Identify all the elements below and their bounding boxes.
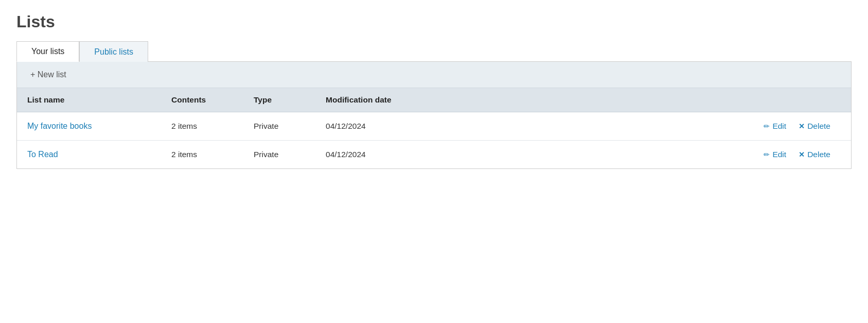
list-type-1: Private <box>254 150 326 159</box>
table-row: My favorite books 2 items Private 04/12/… <box>17 112 851 141</box>
row-actions-0: ✏ Edit ✕ Delete <box>470 122 841 131</box>
pencil-icon-1: ✏ <box>764 150 770 159</box>
table-row: To Read 2 items Private 04/12/2024 ✏ Edi… <box>17 141 851 168</box>
edit-button-0[interactable]: ✏ Edit <box>764 122 786 131</box>
page-title: Lists <box>16 12 852 31</box>
col-header-list-name: List name <box>27 95 171 105</box>
delete-button-0[interactable]: ✕ Delete <box>799 122 830 131</box>
tabs-container: Your lists Public lists <box>16 41 852 62</box>
edit-label-0: Edit <box>772 122 786 131</box>
col-header-modification-date: Modification date <box>326 95 470 105</box>
col-header-contents: Contents <box>171 95 254 105</box>
delete-label-1: Delete <box>807 150 830 159</box>
col-header-type: Type <box>254 95 326 105</box>
pencil-icon-0: ✏ <box>764 122 770 130</box>
toolbar: + New list <box>17 62 851 88</box>
list-contents-0: 2 items <box>171 122 254 131</box>
list-name-link-1[interactable]: To Read <box>27 150 171 159</box>
table-header: List name Contents Type Modification dat… <box>17 88 851 112</box>
list-name-link-0[interactable]: My favorite books <box>27 122 171 131</box>
content-area: + New list List name Contents Type Modif… <box>16 62 852 169</box>
tab-your-lists[interactable]: Your lists <box>16 41 79 62</box>
delete-button-1[interactable]: ✕ Delete <box>799 150 830 159</box>
x-icon-0: ✕ <box>799 122 805 130</box>
edit-button-1[interactable]: ✏ Edit <box>764 150 786 159</box>
list-date-0: 04/12/2024 <box>326 122 470 131</box>
edit-label-1: Edit <box>772 150 786 159</box>
list-date-1: 04/12/2024 <box>326 150 470 159</box>
col-header-actions <box>470 95 841 105</box>
new-list-button[interactable]: + New list <box>27 69 69 80</box>
list-contents-1: 2 items <box>171 150 254 159</box>
list-type-0: Private <box>254 122 326 131</box>
x-icon-1: ✕ <box>799 150 805 159</box>
delete-label-0: Delete <box>807 122 830 131</box>
row-actions-1: ✏ Edit ✕ Delete <box>470 150 841 159</box>
tab-public-lists[interactable]: Public lists <box>79 41 148 62</box>
